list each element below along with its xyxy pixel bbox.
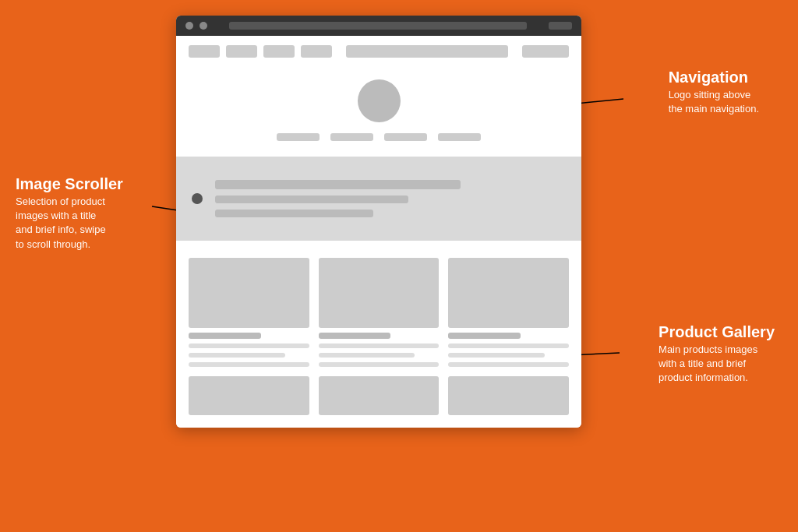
annotation-nav-title: Navigation	[669, 69, 759, 86]
annotation-navigation: Navigation Logo sitting abovethe main na…	[669, 69, 759, 116]
gallery-bottom-1	[189, 376, 309, 415]
product-gallery-section	[176, 245, 581, 428]
gallery-line-3b	[448, 353, 545, 358]
gallery-tag-1	[189, 333, 261, 339]
logo-area	[189, 67, 569, 147]
gallery-line-1a	[189, 344, 309, 348]
logo-circle	[358, 79, 401, 122]
nav-link-4	[438, 133, 481, 141]
gallery-line-1c	[189, 362, 309, 367]
annotation-image-scroller: Image Scroller Selection of productimage…	[16, 175, 123, 252]
annotation-nav-desc: Logo sitting abovethe main navigation.	[669, 88, 759, 116]
nav-tab-3	[263, 45, 295, 58]
wireframe-mockup	[176, 16, 581, 428]
gallery-line-2c	[319, 362, 440, 367]
scroller-indicator-dot	[192, 193, 203, 204]
gallery-bottom-row	[189, 376, 569, 415]
nav-cart-btn	[522, 45, 569, 58]
browser-address-bar	[229, 22, 527, 30]
gallery-image-1	[189, 258, 309, 328]
scroller-sub-line-1	[215, 196, 408, 203]
nav-tab-2	[226, 45, 257, 58]
nav-links-row	[277, 133, 481, 141]
annotation-scroller-desc: Selection of productimages with a titlea…	[16, 195, 123, 252]
gallery-image-3	[448, 258, 569, 328]
scroller-title-line	[215, 180, 461, 189]
gallery-item-2	[319, 258, 440, 367]
annotation-product-gallery: Product Gallery Main products imageswith…	[659, 323, 775, 386]
nav-link-2	[330, 133, 373, 141]
nav-tab-1	[189, 45, 220, 58]
gallery-bottom-2	[319, 376, 440, 415]
scroller-sub-line-2	[215, 210, 373, 217]
gallery-image-2	[319, 258, 440, 328]
gallery-item-3	[448, 258, 569, 367]
gallery-bottom-3	[448, 376, 569, 415]
nav-search-bar	[346, 45, 508, 58]
nav-section	[176, 36, 581, 157]
gallery-line-2a	[319, 344, 440, 348]
image-scroller-section	[176, 157, 581, 241]
gallery-tag-3	[448, 333, 521, 339]
browser-dot-2	[200, 22, 207, 30]
nav-top-bar	[189, 45, 569, 58]
annotation-gallery-title: Product Gallery	[659, 323, 775, 341]
nav-tab-4	[301, 45, 332, 58]
gallery-line-2b	[319, 353, 415, 358]
gallery-tag-2	[319, 333, 391, 339]
scroller-text	[215, 180, 566, 217]
gallery-line-1b	[189, 353, 285, 358]
browser-action-btn	[549, 22, 572, 30]
nav-link-3	[384, 133, 427, 141]
gallery-line-3c	[448, 362, 569, 367]
annotation-scroller-title: Image Scroller	[16, 175, 123, 193]
gallery-item-1	[189, 258, 309, 367]
browser-chrome	[176, 16, 581, 36]
nav-link-1	[277, 133, 320, 141]
gallery-line-3a	[448, 344, 569, 348]
browser-dot-1	[185, 22, 193, 30]
gallery-grid	[189, 258, 569, 367]
annotation-gallery-desc: Main products imageswith a title and bri…	[659, 343, 775, 386]
